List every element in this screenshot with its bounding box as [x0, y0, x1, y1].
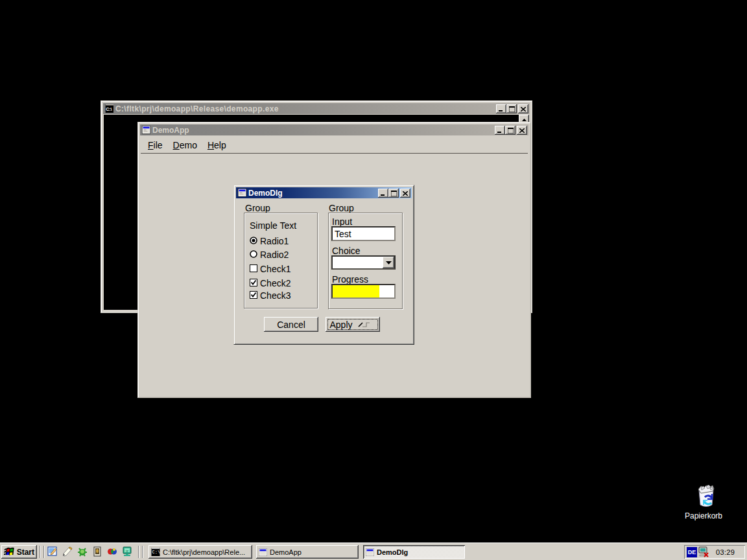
svg-text:C:\: C:\ — [152, 550, 161, 555]
svg-text:C:\: C:\ — [106, 107, 112, 111]
svg-text:tz: tz — [126, 549, 128, 553]
